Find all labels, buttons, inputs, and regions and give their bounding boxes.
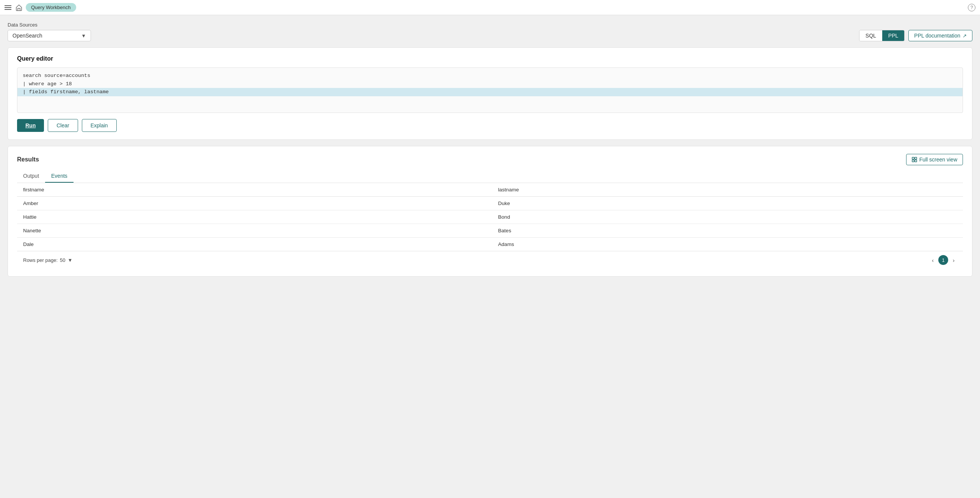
table-cell: Duke bbox=[492, 197, 963, 210]
results-header: Results Full screen view bbox=[17, 154, 963, 165]
datasource-dropdown[interactable]: OpenSearch ▼ bbox=[8, 30, 91, 41]
table-cell: Adams bbox=[492, 238, 963, 251]
column-header-lastname: lastname bbox=[492, 183, 963, 197]
rows-per-page-label: Rows per page: bbox=[23, 257, 57, 263]
ppl-toggle-button[interactable]: PPL bbox=[882, 30, 904, 41]
next-page-button[interactable]: › bbox=[950, 256, 957, 264]
results-tab-events[interactable]: Events bbox=[45, 170, 73, 183]
svg-rect-0 bbox=[912, 157, 914, 159]
table-row: HattieBond bbox=[17, 210, 963, 224]
data-sources-label: Data Sources bbox=[8, 22, 972, 28]
ppl-doc-label: PPL documentation bbox=[914, 33, 960, 39]
table-cell: Bates bbox=[492, 224, 963, 238]
top-bar: Query Workbench ? bbox=[0, 0, 980, 15]
table-footer: Rows per page: 50 ▼ ‹ 1 › bbox=[17, 251, 963, 269]
svg-rect-1 bbox=[915, 157, 917, 159]
table-cell: Amber bbox=[17, 197, 492, 210]
rows-per-page-chevron-icon: ▼ bbox=[68, 257, 73, 263]
rows-per-page-value: 50 bbox=[60, 257, 65, 263]
table-row: NanetteBates bbox=[17, 224, 963, 238]
svg-rect-2 bbox=[912, 160, 914, 162]
svg-rect-3 bbox=[915, 160, 917, 162]
ppl-documentation-button[interactable]: PPL documentation ↗ bbox=[908, 30, 972, 41]
clear-button[interactable]: Clear bbox=[48, 119, 78, 132]
explain-button[interactable]: Explain bbox=[82, 119, 117, 132]
table-row: DaleAdams bbox=[17, 238, 963, 251]
chevron-down-icon: ▼ bbox=[81, 33, 86, 39]
results-tab-output[interactable]: Output bbox=[17, 170, 45, 183]
run-button[interactable]: Run bbox=[17, 119, 44, 132]
home-icon[interactable] bbox=[15, 4, 23, 11]
tab-label: Query Workbench bbox=[31, 5, 71, 10]
datasource-value: OpenSearch bbox=[13, 33, 43, 39]
query-workbench-tab[interactable]: Query Workbench bbox=[26, 3, 76, 12]
table-cell: Hattie bbox=[17, 210, 492, 224]
table-cell: Bond bbox=[492, 210, 963, 224]
prev-page-button[interactable]: ‹ bbox=[930, 256, 936, 264]
right-controls: SQL PPL PPL documentation ↗ bbox=[859, 30, 972, 41]
query-editor-title: Query editor bbox=[17, 55, 963, 62]
main-content: Data Sources OpenSearch ▼ SQL PPL PPL do… bbox=[0, 15, 980, 290]
query-editor-card: Query editor search source=accounts| whe… bbox=[8, 48, 972, 140]
fullscreen-label: Full screen view bbox=[920, 156, 957, 162]
data-sources-section: Data Sources OpenSearch ▼ SQL PPL PPL do… bbox=[8, 22, 972, 41]
language-toggle: SQL PPL bbox=[859, 30, 905, 41]
pagination-controls: ‹ 1 › bbox=[930, 255, 957, 265]
results-title: Results bbox=[17, 156, 39, 163]
help-icon[interactable]: ? bbox=[968, 4, 975, 11]
fullscreen-button[interactable]: Full screen view bbox=[906, 154, 963, 165]
results-card: Results Full screen view OutputEvents fi… bbox=[8, 146, 972, 277]
rows-per-page-control[interactable]: Rows per page: 50 ▼ bbox=[23, 257, 72, 263]
menu-icon[interactable] bbox=[5, 4, 12, 11]
query-editor-textarea[interactable]: search source=accounts| where age > 18| … bbox=[17, 67, 963, 113]
current-page: 1 bbox=[938, 255, 948, 265]
fullscreen-icon bbox=[912, 157, 917, 162]
results-tabs: OutputEvents bbox=[17, 170, 963, 183]
table-cell: Dale bbox=[17, 238, 492, 251]
help-char: ? bbox=[970, 5, 973, 10]
sql-toggle-button[interactable]: SQL bbox=[859, 30, 882, 41]
external-link-icon: ↗ bbox=[963, 33, 967, 39]
table-row: AmberDuke bbox=[17, 197, 963, 210]
table-cell: Nanette bbox=[17, 224, 492, 238]
top-controls: OpenSearch ▼ SQL PPL PPL documentation ↗ bbox=[8, 30, 972, 41]
column-header-firstname: firstname bbox=[17, 183, 492, 197]
query-buttons-row: Run Clear Explain bbox=[17, 119, 963, 132]
results-table: firstnamelastnameAmberDukeHattieBondNane… bbox=[17, 183, 963, 251]
